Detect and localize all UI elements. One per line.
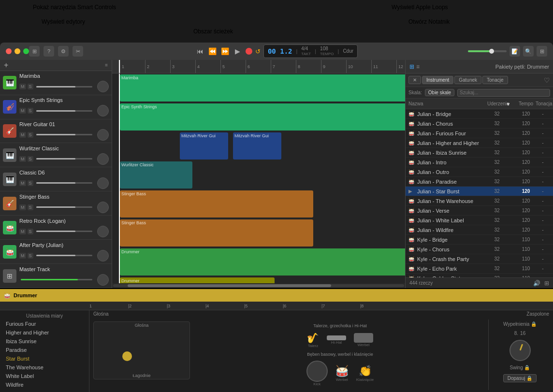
loop-item-11[interactable]: 🥁Julian - White Label32120-	[406, 216, 553, 225]
track-list-options[interactable]: ≡	[105, 62, 108, 68]
loops-list[interactable]: 🥁Julian - Bridge32120-🥁Julian - Chorus32…	[406, 109, 553, 277]
track-pan-after-party[interactable]	[97, 250, 109, 261]
loops-button[interactable]: ⊞	[537, 46, 547, 57]
loop-item-6[interactable]: 🥁Julian - Outro32120-	[406, 167, 553, 177]
track-pan-wurlitzer[interactable]	[97, 153, 109, 165]
loops-tab-grid[interactable]: ⊞	[409, 63, 414, 70]
region-guitar-1[interactable]: Mitzvah River Gui	[180, 132, 228, 160]
drum-hihat[interactable]: Hi-Hat	[327, 335, 346, 345]
track-volume-wurlitzer[interactable]	[36, 158, 92, 160]
track-mute-river-guitar[interactable]: M	[19, 132, 26, 138]
loops-heart-filter[interactable]: ♡	[544, 76, 550, 84]
drummer-preset-wildfire[interactable]: Wildfire	[0, 380, 89, 389]
track-solo-marimba[interactable]: S	[28, 84, 33, 89]
drummer-preset-paradise[interactable]: Paradise	[0, 346, 89, 354]
track-item-river-guitar[interactable]: 🎸 River Guitar 01 M S	[0, 119, 112, 144]
track-mute-marimba[interactable]: M	[19, 84, 26, 89]
master-volume[interactable]	[468, 50, 507, 52]
loop-item-1[interactable]: 🥁Julian - Chorus32120-	[406, 119, 553, 129]
track-item-after-party[interactable]: 🥁 After Party (Julian) M S	[0, 240, 112, 264]
record-button[interactable]	[246, 48, 252, 55]
track-volume-master[interactable]	[21, 279, 92, 280]
region-retro-rock-1[interactable]: Drummer	[120, 248, 405, 276]
track-volume-river-guitar[interactable]	[36, 134, 92, 135]
loop-item-8[interactable]: ▶Julian - Star Burst32120-	[406, 187, 553, 196]
drummer-preset-white-label[interactable]: White Label	[0, 372, 89, 380]
drummer-preset-warehouse[interactable]: The Warehouse	[0, 363, 89, 372]
track-item-master[interactable]: ⊞ Master Track	[0, 264, 112, 288]
track-volume-epic-synth[interactable]	[36, 110, 92, 112]
region-epic-synth-1[interactable]: Epic Synth Strings	[120, 103, 405, 131]
notepad-button[interactable]: 📝	[509, 46, 520, 57]
back-button[interactable]: ⏪	[208, 47, 218, 55]
forward-button[interactable]: ⏩	[220, 47, 230, 55]
track-mute-stinger-bass[interactable]: M	[19, 204, 26, 210]
track-solo-river-guitar[interactable]: S	[28, 132, 33, 138]
region-marimba-1[interactable]: Marimba	[120, 74, 405, 102]
region-bass-1[interactable]: Stinger Bass	[120, 219, 313, 247]
track-solo-classic-d6[interactable]: S	[28, 180, 33, 186]
drum-kick[interactable]: Kick	[306, 361, 328, 386]
loops-filter-instrument[interactable]: Instrument	[422, 76, 453, 84]
track-item-classic-d6[interactable]: 🎹 Classic D6 M S	[0, 167, 112, 191]
region-stinger-1[interactable]: Stinger Bass	[120, 190, 313, 218]
drummer-swing-knob[interactable]	[509, 340, 531, 361]
rewind-button[interactable]: ⏮	[195, 47, 205, 55]
region-after-party-1[interactable]: Drummer	[120, 277, 275, 283]
track-pan-epic-synth[interactable]	[97, 105, 109, 116]
loop-item-5[interactable]: 🥁Julian - Intro32120-	[406, 158, 553, 167]
loop-item-0[interactable]: 🥁Julian - Bridge32120-	[406, 109, 553, 119]
track-area[interactable]: Marimba Marimba Epic Synth Strings Epic …	[112, 73, 405, 283]
track-item-wurlitzer[interactable]: 🎹 Wurlitzer Classic M S	[0, 143, 112, 167]
track-pan-master[interactable]	[97, 274, 109, 286]
loop-item-10[interactable]: 🥁Julian - Verse32120-	[406, 206, 553, 216]
play-button[interactable]: ▶	[233, 47, 243, 55]
drum-overhead[interactable]: 🎷 Talerz	[307, 332, 319, 348]
track-item-retro-rock[interactable]: 🥁 Retro Rock (Logan) M S	[0, 216, 112, 240]
track-item-marimba[interactable]: 🎹 Marimba M S	[0, 71, 112, 95]
track-item-epic-synth[interactable]: 🎻 Epic Synth Strings M S	[0, 95, 112, 119]
smart-controls-button[interactable]: ⚙	[58, 46, 69, 57]
loops-scale-value[interactable]: Obie skale	[425, 89, 454, 96]
loop-item-17[interactable]: 🥁Kyle - Golden State32110-	[406, 274, 553, 277]
search-button[interactable]: 🔍	[523, 46, 534, 57]
track-volume-stinger-bass[interactable]	[36, 206, 92, 208]
horizontal-scrollbar[interactable]	[112, 283, 405, 288]
loops-filter-genre[interactable]: Gatunek	[454, 76, 481, 84]
track-volume-retro-rock[interactable]	[36, 231, 92, 232]
cycle-button[interactable]: ↺	[255, 48, 261, 55]
track-volume-classic-d6[interactable]	[36, 182, 92, 184]
track-solo-retro-rock[interactable]: S	[28, 229, 33, 234]
track-pan-retro-rock[interactable]	[97, 226, 109, 237]
track-volume-marimba[interactable]	[36, 86, 92, 87]
loop-item-14[interactable]: 🥁Kyle - Chorus32110-	[406, 245, 553, 254]
close-button[interactable]	[6, 48, 12, 54]
library-button[interactable]: ⊞	[29, 46, 40, 57]
track-pan-river-guitar[interactable]	[97, 129, 109, 141]
track-solo-after-party[interactable]: S	[28, 253, 33, 259]
loop-item-3[interactable]: 🥁Julian - Higher and Higher32120-	[406, 138, 553, 148]
region-wurlitzer-1[interactable]: Wurlitzer Classic	[120, 161, 192, 189]
loop-item-12[interactable]: 🥁Julian - Wildfire32120-	[406, 225, 553, 235]
loop-item-7[interactable]: 🥁Julian - Paradise32120-	[406, 177, 553, 187]
track-mute-after-party[interactable]: M	[19, 253, 26, 259]
volume-knob[interactable]	[489, 49, 494, 54]
drummer-preset-furious[interactable]: Furious Four	[0, 319, 89, 328]
track-solo-epic-synth[interactable]: S	[28, 108, 33, 114]
loops-footer-volume-icon[interactable]: 🔊	[533, 280, 540, 287]
track-mute-retro-rock[interactable]: M	[19, 229, 26, 234]
loop-item-2[interactable]: 🥁Julian - Furious Four32120-	[406, 129, 553, 138]
loop-item-13[interactable]: 🥁Kyle - Bridge32110-	[406, 235, 553, 245]
minimize-button[interactable]	[15, 48, 20, 54]
loop-item-16[interactable]: 🥁Kyle - Echo Park32110-	[406, 264, 553, 274]
help-button[interactable]: ?	[44, 46, 54, 57]
track-pan-stinger-bass[interactable]	[97, 202, 109, 213]
drummer-preset-higher[interactable]: Higher and Higher	[0, 328, 89, 337]
loop-item-4[interactable]: 🥁Julian - Ibiza Sunrise32120-	[406, 148, 553, 158]
loops-search-input[interactable]	[457, 89, 550, 97]
drummer-feel-point[interactable]	[122, 351, 132, 361]
drum-clap[interactable]: 👏 Klaśnięcie	[356, 365, 374, 382]
drummer-preset-ibiza[interactable]: Ibiza Sunrise	[0, 337, 89, 346]
track-solo-wurlitzer[interactable]: S	[28, 156, 33, 162]
track-volume-after-party[interactable]	[36, 255, 92, 256]
